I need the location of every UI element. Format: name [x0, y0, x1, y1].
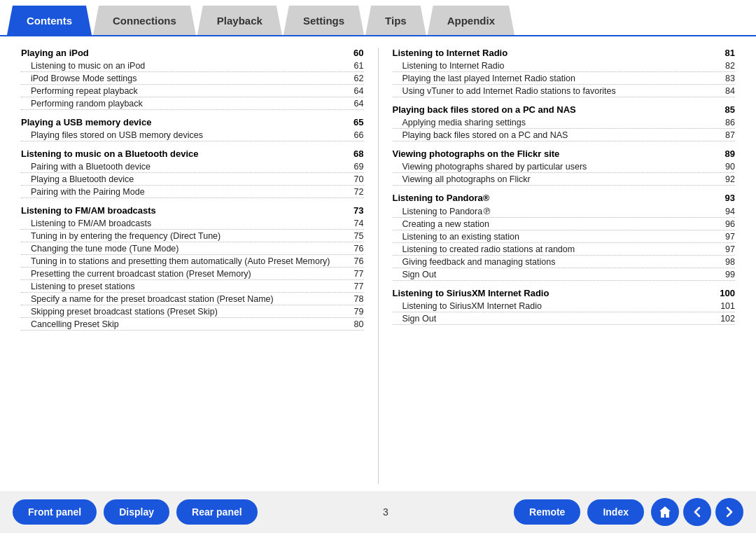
toc-entry[interactable]: Listening to created radio stations at r… — [393, 243, 736, 256]
tab-connections[interactable]: Connections — [93, 6, 196, 35]
forward-button[interactable] — [715, 498, 743, 526]
toc-entry[interactable]: Using vTuner to add Internet Radio stati… — [393, 85, 736, 97]
toc-header: Playing a USB memory device65 — [21, 117, 364, 127]
toc-header: Listening to music on a Bluetooth device… — [21, 148, 364, 159]
toc-entry[interactable]: Sign Out99 — [393, 268, 736, 281]
toc-entry[interactable]: Listening to SiriusXM Internet Radio101 — [393, 300, 736, 312]
tab-contents[interactable]: Contents — [7, 6, 92, 35]
toc-header: Listening to Internet Radio81 — [393, 48, 736, 58]
toc-entry[interactable]: Viewing all photographs on Flickr92 — [393, 173, 736, 186]
back-button[interactable] — [683, 498, 711, 526]
arrow-left-icon — [690, 505, 704, 519]
toc-entry[interactable]: Listening to an existing station97 — [393, 230, 736, 243]
toc-header: Playing an iPod60 — [21, 48, 364, 58]
toc-entry[interactable]: Applying media sharing settings86 — [393, 116, 736, 129]
tab-settings[interactable]: Settings — [284, 6, 364, 35]
home-button[interactable] — [651, 498, 679, 526]
remote-button[interactable]: Remote — [514, 499, 580, 525]
toc-entry[interactable]: Playing the last played Internet Radio s… — [393, 72, 736, 85]
tab-tips[interactable]: Tips — [365, 6, 426, 35]
toc-entry[interactable]: Performing random playback64 — [21, 97, 364, 110]
right-column: Listening to Internet Radio81Listening t… — [379, 48, 743, 484]
toc-entry[interactable]: Cancelling Preset Skip80 — [21, 318, 364, 331]
nav-icons — [651, 498, 743, 526]
toc-entry[interactable]: Listening to preset stations77 — [21, 280, 364, 293]
front-panel-button[interactable]: Front panel — [13, 499, 97, 525]
toc-entry[interactable]: Listening to FM/AM broadcasts74 — [21, 217, 364, 230]
tab-appendix[interactable]: Appendix — [428, 6, 514, 35]
toc-entry[interactable]: Giving feedback and managing stations98 — [393, 256, 736, 268]
toc-entry[interactable]: iPod Browse Mode settings62 — [21, 72, 364, 85]
toc-header: Viewing photographs on the Flickr site89 — [393, 148, 736, 159]
toc-entry[interactable]: Listening to music on an iPod61 — [21, 60, 364, 72]
toc-entry[interactable]: Performing repeat playback64 — [21, 85, 364, 97]
toc-entry[interactable]: Playing files stored on USB memory devic… — [21, 129, 364, 141]
home-icon — [658, 505, 672, 519]
toc-entry[interactable]: Playing back files stored on a PC and NA… — [393, 129, 736, 141]
left-column: Playing an iPod60Listening to music on a… — [14, 48, 379, 484]
toc-entry[interactable]: Creating a new station96 — [393, 218, 736, 230]
toc-header: Listening to SiriusXM Internet Radio100 — [393, 288, 736, 298]
toc-header: Listening to Pandora®93 — [393, 193, 736, 203]
top-nav: ContentsConnectionsPlaybackSettingsTipsA… — [0, 0, 756, 36]
toc-entry[interactable]: Specify a name for the preset broadcast … — [21, 293, 364, 305]
toc-entry[interactable]: Listening to Pandora℗94 — [393, 205, 736, 218]
toc-entry[interactable]: Playing a Bluetooth device70 — [21, 173, 364, 186]
tab-playback[interactable]: Playback — [197, 6, 282, 35]
toc-entry[interactable]: Listening to Internet Radio82 — [393, 60, 736, 72]
toc-entry[interactable]: Presetting the current broadcast station… — [21, 268, 364, 280]
toc-header: Playing back files stored on a PC and NA… — [393, 104, 736, 115]
toc-entry[interactable]: Viewing photographs shared by particular… — [393, 160, 736, 173]
toc-header: Listening to FM/AM broadcasts73 — [21, 205, 364, 216]
toc-entry[interactable]: Pairing with a Bluetooth device69 — [21, 160, 364, 173]
toc-entry[interactable]: Tuning in to stations and presetting the… — [21, 255, 364, 268]
page-number: 3 — [265, 506, 507, 518]
toc-entry[interactable]: Skipping preset broadcast stations (Pres… — [21, 305, 364, 318]
toc-entry[interactable]: Pairing with the Pairing Mode72 — [21, 186, 364, 198]
bottom-nav: Front panel Display Rear panel 3 Remote … — [0, 491, 756, 533]
rear-panel-button[interactable]: Rear panel — [176, 499, 258, 525]
toc-entry[interactable]: Changing the tune mode (Tune Mode)76 — [21, 242, 364, 255]
main-content: Playing an iPod60Listening to music on a… — [0, 36, 756, 491]
toc-entry[interactable]: Sign Out102 — [393, 312, 736, 325]
display-button[interactable]: Display — [104, 499, 169, 525]
toc-entry[interactable]: Tuning in by entering the frequency (Dir… — [21, 230, 364, 242]
arrow-right-icon — [722, 505, 736, 519]
index-button[interactable]: Index — [587, 499, 644, 525]
